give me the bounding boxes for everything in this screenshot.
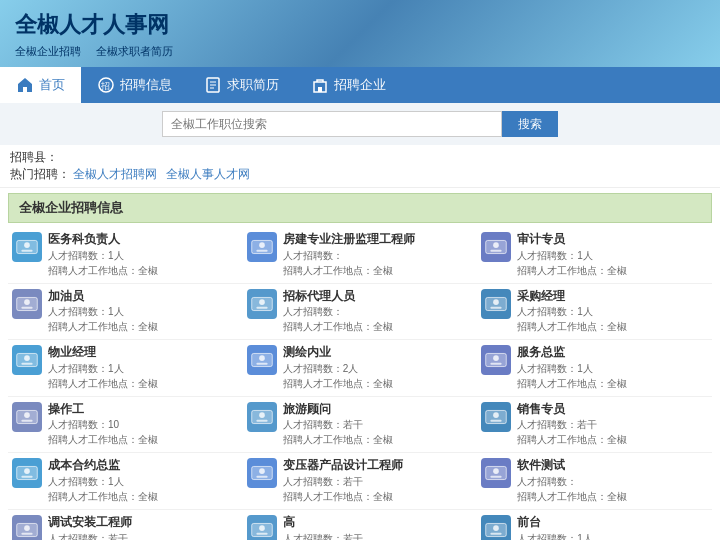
svg-point-22 — [24, 299, 30, 305]
svg-point-18 — [494, 242, 500, 248]
job-item[interactable]: 销售专员 人才招聘数：若干招聘人才工作地点：全椒 — [477, 397, 712, 454]
job-meta: 人才招聘数：1人招聘人才工作地点：全椒 — [517, 361, 708, 391]
svg-rect-31 — [491, 306, 502, 308]
job-item[interactable]: 高 人才招聘数：若干招聘人才工作地点：全椒 — [243, 510, 478, 540]
job-icon — [12, 458, 42, 488]
job-meta: 人才招聘数：2人招聘人才工作地点：全椒 — [283, 361, 474, 391]
job-item[interactable]: 物业经理 人才招聘数：1人招聘人才工作地点：全椒 — [8, 340, 243, 397]
svg-text:招: 招 — [100, 81, 110, 91]
job-item[interactable]: 审计专员 人才招聘数：1人招聘人才工作地点：全椒 — [477, 227, 712, 284]
job-icon — [247, 289, 277, 319]
job-meta: 人才招聘数：1人招聘人才工作地点：全椒 — [517, 304, 708, 334]
job-item[interactable]: 调试安装工程师 人才招聘数：若干招聘人才工作地点：全椒 — [8, 510, 243, 540]
job-item[interactable]: 房建专业注册监理工程师 人才招聘数：招聘人才工作地点：全椒 — [243, 227, 478, 284]
svg-point-10 — [24, 242, 30, 248]
job-title[interactable]: 服务总监 — [517, 345, 708, 361]
job-item[interactable]: 软件测试 人才招聘数：招聘人才工作地点：全椒 — [477, 453, 712, 510]
svg-point-34 — [24, 356, 30, 362]
job-title[interactable]: 操作工 — [48, 402, 239, 418]
subtitle-item-2: 全椒求职者简历 — [96, 45, 173, 57]
job-title[interactable]: 测绘内业 — [283, 345, 474, 361]
job-title[interactable]: 物业经理 — [48, 345, 239, 361]
job-item[interactable]: 服务总监 人才招聘数：1人招聘人才工作地点：全椒 — [477, 340, 712, 397]
job-item[interactable]: 前台 人才招聘数：1人招聘人才工作地点：全椒 — [477, 510, 712, 540]
job-info: 前台 人才招聘数：1人招聘人才工作地点：全椒 — [517, 515, 708, 540]
job-item[interactable]: 医务科负责人 人才招聘数：1人招聘人才工作地点：全椒 — [8, 227, 243, 284]
job-item[interactable]: 加油员 人才招聘数：1人招聘人才工作地点：全椒 — [8, 284, 243, 341]
job-info: 测绘内业 人才招聘数：2人招聘人才工作地点：全椒 — [283, 345, 474, 391]
svg-rect-35 — [21, 363, 32, 365]
job-icon — [481, 232, 511, 262]
svg-rect-47 — [21, 420, 32, 422]
resume-icon — [204, 76, 222, 94]
svg-rect-59 — [21, 476, 32, 478]
job-info: 房建专业注册监理工程师 人才招聘数：招聘人才工作地点：全椒 — [283, 232, 474, 278]
job-info: 调试安装工程师 人才招聘数：若干招聘人才工作地点：全椒 — [48, 515, 239, 540]
job-title[interactable]: 变压器产品设计工程师 — [283, 458, 474, 474]
svg-rect-67 — [491, 476, 502, 478]
nav-resume[interactable]: 求职简历 — [188, 67, 295, 103]
svg-rect-7 — [318, 87, 322, 92]
job-title[interactable]: 房建专业注册监理工程师 — [283, 232, 474, 248]
job-item[interactable]: 测绘内业 人才招聘数：2人招聘人才工作地点：全椒 — [243, 340, 478, 397]
svg-point-70 — [24, 525, 30, 531]
nav-recruit[interactable]: 招 招聘信息 — [81, 67, 188, 103]
svg-point-54 — [494, 412, 500, 418]
job-title[interactable]: 成本合约总监 — [48, 458, 239, 474]
nav-recruit-label: 招聘信息 — [120, 76, 172, 94]
job-info: 医务科负责人 人才招聘数：1人招聘人才工作地点：全椒 — [48, 232, 239, 278]
job-info: 变压器产品设计工程师 人才招聘数：若干招聘人才工作地点：全椒 — [283, 458, 474, 504]
job-title[interactable]: 加油员 — [48, 289, 239, 305]
job-title[interactable]: 前台 — [517, 515, 708, 531]
job-icon — [247, 232, 277, 262]
job-item[interactable]: 招标代理人员 人才招聘数：招聘人才工作地点：全椒 — [243, 284, 478, 341]
job-icon — [247, 345, 277, 375]
job-meta: 人才招聘数：1人招聘人才工作地点：全椒 — [48, 474, 239, 504]
search-input[interactable] — [162, 111, 502, 137]
job-item[interactable]: 变压器产品设计工程师 人才招聘数：若干招聘人才工作地点：全椒 — [243, 453, 478, 510]
job-icon — [247, 402, 277, 432]
svg-rect-75 — [256, 533, 267, 535]
svg-rect-15 — [256, 250, 267, 252]
svg-rect-27 — [256, 306, 267, 308]
nav-enterprise[interactable]: 招聘企业 — [295, 67, 402, 103]
job-meta: 人才招聘数：招聘人才工作地点：全椒 — [283, 248, 474, 278]
job-meta: 人才招聘数：招聘人才工作地点：全椒 — [517, 474, 708, 504]
svg-rect-23 — [21, 306, 32, 308]
job-icon — [481, 345, 511, 375]
svg-rect-11 — [21, 250, 32, 252]
svg-rect-43 — [491, 363, 502, 365]
job-title[interactable]: 软件测试 — [517, 458, 708, 474]
job-title[interactable]: 调试安装工程师 — [48, 515, 239, 531]
job-meta: 人才招聘数：若干招聘人才工作地点：全椒 — [48, 531, 239, 540]
hot-link-2[interactable]: 全椒人事人才网 — [166, 167, 250, 181]
job-meta: 人才招聘数：招聘人才工作地点：全椒 — [283, 304, 474, 334]
job-meta: 人才招聘数：1人招聘人才工作地点：全椒 — [517, 531, 708, 540]
site-title: 全椒人才人事网 — [15, 10, 705, 40]
job-title[interactable]: 高 — [283, 515, 474, 531]
job-item[interactable]: 成本合约总监 人才招聘数：1人招聘人才工作地点：全椒 — [8, 453, 243, 510]
site-header: 全椒人才人事网 全椒企业招聘 全椒求职者简历 — [0, 0, 720, 67]
hot-link-1[interactable]: 全椒人才招聘网 — [73, 167, 157, 181]
job-title[interactable]: 审计专员 — [517, 232, 708, 248]
job-title[interactable]: 招标代理人员 — [283, 289, 474, 305]
nav-home[interactable]: 首页 — [0, 67, 81, 103]
job-title[interactable]: 采购经理 — [517, 289, 708, 305]
job-item[interactable]: 采购经理 人才招聘数：1人招聘人才工作地点：全椒 — [477, 284, 712, 341]
job-item[interactable]: 操作工 人才招聘数：10招聘人才工作地点：全椒 — [8, 397, 243, 454]
search-button[interactable]: 搜索 — [502, 111, 558, 137]
job-title[interactable]: 医务科负责人 — [48, 232, 239, 248]
job-icon — [12, 402, 42, 432]
section-header: 全椒企业招聘信息 — [8, 193, 712, 223]
job-title[interactable]: 旅游顾问 — [283, 402, 474, 418]
job-icon — [247, 515, 277, 540]
job-meta: 人才招聘数：10招聘人才工作地点：全椒 — [48, 417, 239, 447]
svg-point-38 — [259, 356, 265, 362]
job-icon — [247, 458, 277, 488]
job-meta: 人才招聘数：1人招聘人才工作地点：全椒 — [517, 248, 708, 278]
job-title[interactable]: 销售专员 — [517, 402, 708, 418]
job-info: 服务总监 人才招聘数：1人招聘人才工作地点：全椒 — [517, 345, 708, 391]
building-icon — [311, 76, 329, 94]
job-item[interactable]: 旅游顾问 人才招聘数：若干招聘人才工作地点：全椒 — [243, 397, 478, 454]
site-subtitle: 全椒企业招聘 全椒求职者简历 — [15, 44, 705, 59]
